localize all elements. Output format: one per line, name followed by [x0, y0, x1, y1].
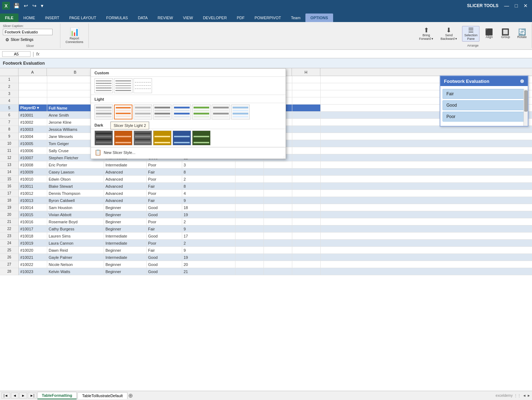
tab-review[interactable]: REVIEW: [153, 14, 178, 22]
slicer-item-fair[interactable]: Fair: [443, 89, 526, 99]
light-style-8[interactable]: [231, 105, 250, 119]
light-style-5[interactable]: [173, 105, 191, 119]
light-style-3[interactable]: [134, 105, 152, 119]
custom-style-3[interactable]: [134, 78, 152, 93]
rotate-button[interactable]: 🔄 Rotate: [515, 28, 529, 40]
row-header-3[interactable]: 3: [0, 90, 18, 97]
row-header-7[interactable]: 7: [0, 119, 18, 126]
table-row: #10008 Eric Porter Intermediate Poor 3: [19, 161, 532, 169]
row-header-17[interactable]: 17: [0, 190, 18, 197]
minimize-button[interactable]: —: [503, 2, 511, 9]
row-header-24[interactable]: 24: [0, 240, 18, 247]
quick-access-toolbar: 💾 ↩ ↪ ▾: [12, 2, 45, 9]
custom-style-1[interactable]: [94, 78, 113, 93]
send-backward-button[interactable]: ⬇ SendBackward ▾: [438, 26, 459, 42]
save-button[interactable]: 💾: [12, 2, 21, 9]
group-icon: 🔲: [501, 29, 509, 35]
dark-style-1[interactable]: [94, 130, 113, 145]
row-header-4[interactable]: 4: [0, 97, 18, 105]
row-header-9[interactable]: 9: [0, 133, 18, 140]
light-style-7[interactable]: [212, 105, 230, 119]
group-button[interactable]: 🔲 Group: [499, 28, 512, 40]
sheet-tab-tableformatting[interactable]: TableFormatting: [37, 392, 77, 399]
row-header-10[interactable]: 10: [0, 140, 18, 147]
row-header-8[interactable]: 8: [0, 126, 18, 133]
tab-home[interactable]: HOME: [18, 14, 40, 22]
row-header-19[interactable]: 19: [0, 204, 18, 211]
formula-input[interactable]: [42, 52, 530, 56]
align-button[interactable]: ⬛ Align: [482, 28, 496, 40]
tab-options[interactable]: OPTIONS: [305, 14, 333, 22]
formula-bar: | fx: [0, 50, 532, 58]
row-header-1[interactable]: 1: [0, 76, 18, 83]
bring-forward-button[interactable]: ⬆ BringForward ▾: [417, 26, 436, 42]
next-sheet-button[interactable]: ►: [19, 393, 27, 399]
row-header-13[interactable]: 13: [0, 161, 18, 169]
tab-page-layout[interactable]: PAGE LAYOUT: [64, 14, 101, 22]
tab-formulas[interactable]: FORMULAS: [101, 14, 133, 22]
tab-data[interactable]: DATA: [133, 14, 153, 22]
report-connections-button[interactable]: 📊 ReportConnections: [63, 26, 85, 45]
row-header-15[interactable]: 15: [0, 176, 18, 183]
tab-powerpivot[interactable]: POWERPIVOT: [250, 14, 286, 22]
row-header-21[interactable]: 21: [0, 218, 18, 225]
tab-developer[interactable]: DEVELOPER: [198, 14, 232, 22]
light-style-2[interactable]: [114, 105, 132, 119]
slicer-filter-icon[interactable]: ⊗: [520, 78, 524, 84]
slicer-item-good[interactable]: Good: [443, 100, 526, 110]
row-header-18[interactable]: 18: [0, 197, 18, 204]
table-row: #10017 Cathy Burgess Beginner Fair 9: [19, 225, 532, 233]
new-slicer-style-button[interactable]: 📋 New Slicer Style...: [91, 147, 286, 159]
cell-playerid-6[interactable]: #10001: [19, 112, 47, 118]
dark-style-4[interactable]: [153, 130, 172, 145]
dark-style-6[interactable]: [192, 130, 211, 145]
row-header-12[interactable]: 12: [0, 154, 18, 161]
more-button[interactable]: ▾: [39, 2, 45, 9]
last-sheet-button[interactable]: ►|: [28, 393, 37, 399]
row-header-2[interactable]: 2: [0, 83, 18, 90]
row-header-11[interactable]: 11: [0, 147, 18, 154]
slicer-settings-button[interactable]: ⚙ Slicer Settings: [3, 36, 57, 43]
light-style-4[interactable]: [153, 105, 172, 119]
row-header-25[interactable]: 25: [0, 247, 18, 254]
dark-style-5[interactable]: [173, 130, 191, 145]
maximize-button[interactable]: □: [514, 2, 519, 9]
tab-pdf[interactable]: PDF: [232, 14, 250, 22]
row-header-23[interactable]: 23: [0, 233, 18, 240]
light-style-6[interactable]: [192, 105, 211, 119]
row-header-28[interactable]: 28: [0, 268, 18, 275]
dark-style-3[interactable]: [134, 130, 152, 145]
tab-insert[interactable]: INSERT: [40, 14, 64, 22]
col-header-h[interactable]: H: [292, 68, 320, 76]
row-header-5[interactable]: 5: [0, 105, 18, 112]
close-button[interactable]: ✕: [522, 2, 529, 9]
tab-file[interactable]: FILE: [0, 14, 18, 22]
row-header-26[interactable]: 26: [0, 254, 18, 261]
slicer-caption-input[interactable]: [3, 29, 53, 35]
resize-handle[interactable]: ⋮: [283, 156, 286, 159]
row-header-20[interactable]: 20: [0, 211, 18, 218]
sheet-tab-tabletoillustratedefault[interactable]: TableToIllustrateDefault: [77, 392, 127, 399]
dark-style-2[interactable]: [114, 130, 132, 145]
row-header-6[interactable]: 6: [0, 112, 18, 119]
row-header-27[interactable]: 27: [0, 261, 18, 268]
header-playerid[interactable]: PlayerID ▾: [19, 105, 47, 111]
redo-button[interactable]: ↪: [31, 2, 38, 9]
selection-pane-button[interactable]: ☰ SelectionPane: [462, 26, 479, 42]
first-sheet-button[interactable]: |◄: [1, 393, 10, 399]
name-box[interactable]: [2, 51, 31, 57]
slicer-item-poor[interactable]: Poor: [443, 112, 526, 122]
table-row: #10010 Edwin Olson Advanced Poor 2: [19, 176, 532, 183]
light-style-1[interactable]: [94, 105, 113, 119]
prev-sheet-button[interactable]: ◄: [11, 393, 19, 399]
row-header-14[interactable]: 14: [0, 169, 18, 176]
slicer-scrollbar[interactable]: [523, 89, 528, 126]
add-sheet-button[interactable]: ⊕: [128, 392, 133, 399]
tab-team[interactable]: Team: [286, 14, 305, 22]
undo-button[interactable]: ↩: [22, 2, 29, 9]
row-header-16[interactable]: 16: [0, 183, 18, 190]
tab-view[interactable]: VIEW: [178, 14, 198, 22]
col-header-a[interactable]: A: [18, 68, 47, 76]
row-header-22[interactable]: 22: [0, 225, 18, 233]
custom-style-2[interactable]: [114, 78, 132, 93]
